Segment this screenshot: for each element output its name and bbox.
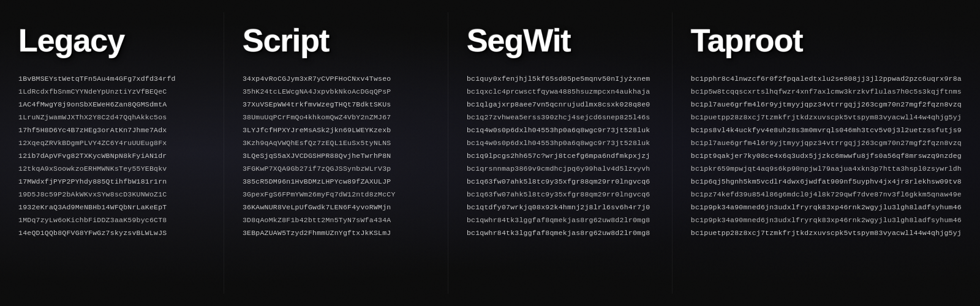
address-list-taproot: bc1pphr8c4lnwzcf6r0f2fpqaledtxlu2se808jj… xyxy=(691,73,962,239)
address-item[interactable]: bc1qlgajxrp8aee7vn5qcnrujudlmx8csxk028q8… xyxy=(467,99,654,111)
address-item[interactable]: 3GpexFgS6FPmYWm26myFq7dW12ntd8zMcCY xyxy=(243,189,429,201)
address-item[interactable]: 385cR5DM96n1HvBDMzLHPYcw89fZAXULJP xyxy=(243,176,429,188)
header-legacy: Legacy xyxy=(18,24,205,56)
address-item[interactable]: 3D8qAoMkZ8F1b42btt2Mn5TyN7sWfa434A xyxy=(243,215,429,226)
header-taproot: Taproot xyxy=(691,24,962,56)
address-item[interactable]: bc1p9pk34a90mned6jn3udxlfryrqk83xp46rnk2… xyxy=(691,202,962,214)
column-legacy: Legacy1BvBMSEYstWetqTFn5Au4m4GFg7xdfd34r… xyxy=(0,12,224,294)
address-list-script: 34xp4vRoCGJym3xR7yCVPFHoCNxv4Twseo35hK24… xyxy=(243,73,429,239)
address-item[interactable]: 12tkqA9xSoowkzoERHMWNKsTey55YEBqkv xyxy=(18,163,205,175)
address-item[interactable]: 14eQD1QQb8QFVG8YFwGz7skyzsvBLWLwJS xyxy=(18,228,205,239)
address-item[interactable]: 1AC4fMwgY8j9onSbXEWeH6Zan8QGMSdmtA xyxy=(18,99,205,111)
column-segwit: SegWitbc1quy0xfenjhjl5kf65sd05pe5mqnv50n… xyxy=(448,12,673,294)
address-item[interactable]: bc1puetpp28z8xcj7tzmkfrjtkdzxuvscpk5vtsp… xyxy=(691,228,962,239)
address-item[interactable]: bc1pl7aue6grfm4l6r9yjtmyyjqpz34vtrrgqjj2… xyxy=(691,138,962,149)
page-container: Legacy1BvBMSEYstWetqTFn5Au4m4GFg7xdfd34r… xyxy=(0,0,980,306)
address-item[interactable]: 3LQeSjqS5aXJVCDGSHPR88QvjheTwrhP8N xyxy=(243,151,429,162)
address-item[interactable]: bc1p5w8tcqqscxrtslhqfwzr4xnf7axlcmw3krzk… xyxy=(691,86,962,98)
header-segwit: SegWit xyxy=(467,24,654,56)
address-item[interactable]: bc1qwhr84tk3lggfaf8qmekjas8rg62uw8d2lr0m… xyxy=(467,215,654,226)
address-item[interactable]: 17hf5H8D6Yc4B7zHEg3orAtKn7Jhme7Adx xyxy=(18,125,205,136)
address-item[interactable]: 1LruNZjwamWJXThX2Y8C2d47QqhAkkc5os xyxy=(18,112,205,124)
address-item[interactable]: 3EBpAZUAW5Tzyd2FhmmUZnYgftxJkKSLmJ xyxy=(243,228,429,239)
address-item[interactable]: bc1pkr659mpwjqt4aq9s6kp90npjwl79aajua4xk… xyxy=(691,163,962,175)
column-script: Script34xp4vRoCGJym3xR7yCVPFHoCNxv4Twseo… xyxy=(224,12,448,294)
address-item[interactable]: bc1p9pk34a90mned6jn3udxlfryrqk83xp46rnk2… xyxy=(691,215,962,226)
address-item[interactable]: 12ib7dApVFvg82TXKycWBNpN8kFyiAN1dr xyxy=(18,151,205,162)
address-item[interactable]: bc1q63fw07ahk5l8tc9y35xfgr88qm29rr0lngvc… xyxy=(467,189,654,201)
address-item[interactable]: bc1qrsnnmap3869v9cmdhcjpq6y99halv4d5lzvy… xyxy=(467,163,654,175)
address-item[interactable]: 3Kzh9qAqVWQhEsfQz7zEQL1EuSx5tyNLNS xyxy=(243,138,429,149)
address-item[interactable]: bc1puetpp28z8xcj7tzmkfrjtkdzxuvscpk5vtsp… xyxy=(691,112,962,124)
address-item[interactable]: 12XqeqZRVkBDgmPLVY4ZC6Y4ruUUEug8Fx xyxy=(18,138,205,149)
address-item[interactable]: 35hK24tcLEWcgNA4JxpvbkNkoAcDGqQPsP xyxy=(243,86,429,98)
address-item[interactable]: 37XuVSEpWW4trkfmvWzegTHQt7BdktSKUs xyxy=(243,99,429,111)
address-item[interactable]: bc1pt9qakjer7ky08ce4x6q3udx5jjzkc6mwwfu8… xyxy=(691,151,962,162)
address-item[interactable]: bc1q4w0s0p6dxlh04553hp0a6q8wgc9r73jt528l… xyxy=(467,125,654,136)
address-item[interactable]: bc1pl7aue6grfm4l6r9yjtmyyjqpz34vtrrgqjj2… xyxy=(691,99,962,111)
address-item[interactable]: bc1qxclc4prcwsctfqywa4885hsuzmpcxn4aukha… xyxy=(467,86,654,98)
address-item[interactable]: 36KAwNUR8VeLpUfGwdk7LEN6F4yvoRWMjn xyxy=(243,202,429,214)
address-list-legacy: 1BvBMSEYstWetqTFn5Au4m4GFg7xdfd34rfd1LdR… xyxy=(18,73,205,239)
address-item[interactable]: 34xp4vRoCGJym3xR7yCVPFHoCNxv4Twseo xyxy=(243,73,429,85)
address-item[interactable]: 1932eKraQ3Ad9MeNBHb14WFQbNrLaKeEpT xyxy=(18,202,205,214)
address-list-segwit: bc1quy0xfenjhjl5kf65sd05pe5mqnv50nIjyżxn… xyxy=(467,73,654,239)
address-item[interactable]: 17MWdxfjPYP2PYhdy885QtihfbW181r1rn xyxy=(18,176,205,188)
address-item[interactable]: 3LYJfcfHPXYJreMsASk2jkn69LWEYKzexb xyxy=(243,125,429,136)
address-item[interactable]: 38UmuUqPCrFmQo4khkomQwZ4VbY2nZMJ67 xyxy=(243,112,429,124)
address-item[interactable]: 19D5J8c59P2bAkWKvxSYw8scD3KUNWoZ1C xyxy=(18,189,205,201)
address-item[interactable]: bc1ps8vl4k4uckfyv4e8uh28s3m0mvrqls046mh3… xyxy=(691,125,962,136)
address-item[interactable]: bc1pphr8c4lnwzcf6r0f2fpqaledtxlu2se808jj… xyxy=(691,73,962,85)
address-item[interactable]: bc1q4w0s0p6dxlh04553hp0a6q8wgc9r73jt528l… xyxy=(467,138,654,149)
address-item[interactable]: bc1q63fw07ahk5l8tc9y35xfgr88qm29rr0lngvc… xyxy=(467,176,654,188)
address-item[interactable]: bc1quy0xfenjhjl5kf65sd05pe5mqnv50nIjyżxn… xyxy=(467,73,654,85)
address-item[interactable]: bc1p6qj5hgnh5km5vcdlr4dwx6jwdfat909nf5uy… xyxy=(691,176,962,188)
address-item[interactable]: bc1q27zvhwea5erss390zhcj4sejcd6snep825l4… xyxy=(467,112,654,124)
header-script: Script xyxy=(243,24,429,56)
address-item[interactable]: bc1pz74kefd39u854l86g6mdcl0j4l8k729qwf7d… xyxy=(691,189,962,201)
address-item[interactable]: bc1qtdfy07wrkjq08x92k4hmnj2j8lrl6sv6h4r7… xyxy=(467,202,654,214)
address-item[interactable]: 1LdRcdxfbSnmCYYNdeYpUnztiYzVfBEQeC xyxy=(18,86,205,98)
address-item[interactable]: bc1qwhr84tk3lggfaf8qmekjas8rg62uw8d2lr0m… xyxy=(467,228,654,239)
address-item[interactable]: 1MDq7zyLw6oKichbFiDDZ3aaK59byc6CT8 xyxy=(18,215,205,226)
address-item[interactable]: bc1q9lpcgs2hh657c?wrj8tcefg6mpa6ndfmkpxj… xyxy=(467,151,654,162)
column-taproot: Taprootbc1pphr8c4lnwzcf6r0f2fpqaledtxlu2… xyxy=(673,12,980,294)
address-item[interactable]: 1BvBMSEYstWetqTFn5Au4m4GFg7xdfd34rfd xyxy=(18,73,205,85)
address-item[interactable]: 3FGKwP7XQA9Gb27if7zQGJSSynbzWLrV3p xyxy=(243,163,429,175)
